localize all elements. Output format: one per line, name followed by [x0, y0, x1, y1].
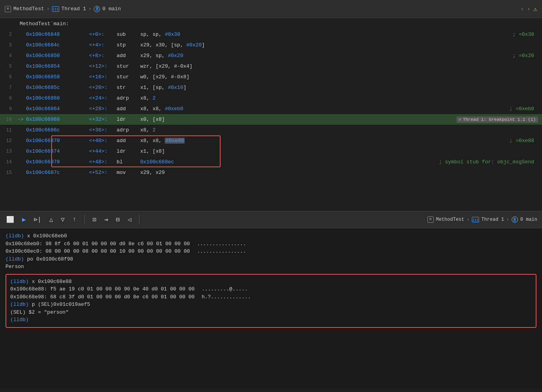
- lldb-boxed-prompt: (lldb): [10, 316, 532, 324]
- assembly-view: MethodTest`main: 2 0x100c66848 <+0>: sub…: [0, 18, 542, 211]
- bottom-project-icon: M: [427, 216, 434, 223]
- breadcrumb: M MethodTest › ||| Thread 1 › 👤 0 main: [5, 6, 121, 12]
- layout-icon[interactable]: ⊟: [114, 215, 121, 224]
- console-area[interactable]: (lldb) x 0x100c68eb0 0x100c68eb0: 98 8f …: [0, 228, 542, 388]
- sep1: ›: [46, 6, 50, 12]
- step-over-icon[interactable]: ⊳|: [32, 215, 43, 224]
- send-icon[interactable]: ◁: [126, 215, 133, 224]
- separator-2: [139, 215, 139, 224]
- asm-line-12: 12 0x100c66870 <+40>: add x8, x8, #0xe88…: [0, 135, 542, 146]
- asm-line-4: 4 0x100c66850 <+8>: add x29, sp, #0x20 ;…: [0, 50, 542, 61]
- asm-line-5: 5 0x100c66854 <+12>: stur wzr, [x29, #-0…: [0, 61, 542, 72]
- console-red-box: (lldb) x 0x100c68e88 0x100c68e88: f5 ae …: [6, 274, 536, 328]
- separator-1: [84, 215, 85, 224]
- asm-line-10: 10 -> 0x100c66868 <+32>: ldr x0, [x8] ≡ …: [0, 114, 542, 125]
- lldb-boxed-3: 0x100c68e98: 68 c8 3f d0 01 00 00 00 d0 …: [10, 293, 532, 301]
- sep2: ›: [88, 6, 91, 12]
- console-wrapper: (lldb) x 0x100c68eb0 0x100c68eb0: 98 8f …: [0, 228, 542, 388]
- frame-icon: 👤: [94, 6, 100, 12]
- console-icon[interactable]: ⬜: [5, 215, 16, 224]
- asm-line-2: 2 0x100c66848 <+0>: sub sp, sp, #0x30 ; …: [0, 29, 542, 40]
- project-name: MethodTest: [13, 6, 44, 12]
- bottom-breadcrumb: M MethodTest › ||| Thread 1 › 👤 0 main: [427, 216, 537, 223]
- lldb-boxed-4: (lldb) p (SEL)0x01c019aef5: [10, 301, 532, 309]
- breakpoints-icon[interactable]: ⊡: [91, 215, 98, 224]
- share-icon[interactable]: ⇥: [102, 215, 110, 224]
- step-back-icon[interactable]: ↑: [71, 215, 78, 224]
- lldb-line-2: 0x100c68eb0: 98 8f c6 00 01 00 00 00 d0 …: [6, 240, 536, 248]
- thread-icon: |||: [52, 6, 59, 12]
- lldb-boxed-5: (SEL) $2 = "person": [10, 309, 532, 316]
- asm-line-11: 11 0x100c6686c <+36>: adrp x8, 2: [0, 125, 542, 135]
- step-out-icon[interactable]: ▽: [59, 215, 67, 224]
- frame-name: 0 main: [102, 6, 121, 12]
- project-icon: M: [5, 6, 11, 12]
- asm-header-text: MethodTest`main:: [20, 21, 69, 27]
- continue-icon[interactable]: ▶: [20, 215, 28, 224]
- toolbar-right: ‹ › ⚠️: [521, 5, 537, 13]
- forward-arrow[interactable]: ›: [527, 6, 530, 12]
- bottom-thread-icon: |||: [472, 217, 479, 222]
- breakpoint-badge: ≡ Thread 1: breakpoint 1.1 (1): [457, 116, 538, 123]
- asm-line-15: 15 0x100c6687c <+52>: mov x29, x29: [0, 167, 542, 178]
- lldb-line-1: (lldb) x 0x100c68eb0: [6, 232, 536, 240]
- bottom-toolbar: ⬜ ▶ ⊳| △ ▽ ↑ ⊡ ⇥ ⊟ ◁ M MethodTest › ||| …: [0, 211, 542, 228]
- asm-line-7: 7 0x100c6685c <+20>: str x1, [sp, #0x10]: [0, 82, 542, 93]
- asm-line-14: 14 0x100c66878 <+48>: bl 0x100c668ec ; s…: [0, 157, 542, 167]
- back-arrow[interactable]: ‹: [521, 6, 524, 12]
- asm-line-6: 6 0x100c66858 <+16>: stur w0, [x29, #-0x…: [0, 72, 542, 82]
- bottom-project-name: MethodTest: [436, 217, 464, 222]
- asm-line-8: 8 0x100c66860 <+24>: adrp x8, 2: [0, 93, 542, 104]
- bottom-frame-name: 0 main: [520, 217, 537, 222]
- lldb-line-5: Person: [6, 263, 536, 271]
- bottom-thread-name: Thread 1: [481, 217, 504, 222]
- asm-line-3: 3 0x100c6684c <+4>: stp x29, x30, [sp, #…: [0, 40, 542, 50]
- lldb-boxed-1: (lldb) x 0x100c68e88: [10, 278, 532, 286]
- step-in-icon[interactable]: △: [48, 215, 55, 224]
- asm-header-line: MethodTest`main:: [0, 18, 542, 29]
- bottom-frame-icon: 👤: [512, 216, 518, 223]
- thread-name: Thread 1: [61, 6, 86, 12]
- lldb-boxed-2: 0x100c68e88: f5 ae 19 c0 01 00 00 00 90 …: [10, 285, 532, 293]
- asm-line-9: 9 0x100c66864 <+28>: add x8, x8, #0xeb0 …: [0, 104, 542, 114]
- asm-line-13: 13 0x100c66874 <+44>: ldr x1, [x8]: [0, 146, 542, 157]
- lldb-line-4: (lldb) po 0x0100c68f98: [6, 255, 536, 263]
- warning-icon: ⚠️: [533, 5, 537, 13]
- lldb-line-3: 0x100c68ec0: 08 00 00 00 08 00 00 00 10 …: [6, 248, 536, 255]
- top-toolbar: M MethodTest › ||| Thread 1 › 👤 0 main ‹…: [0, 0, 542, 18]
